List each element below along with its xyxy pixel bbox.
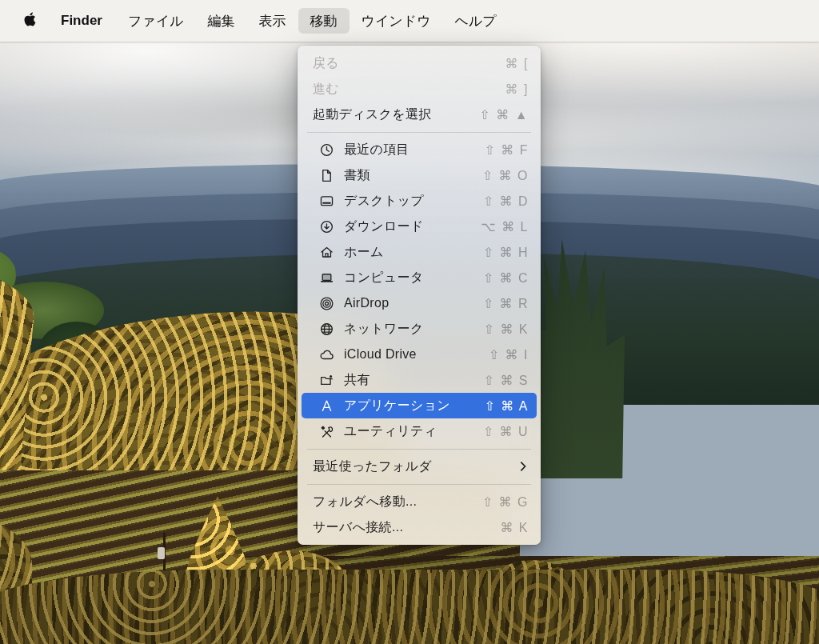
- menu-item-label: 起動ディスクを選択: [313, 106, 432, 123]
- desktop-icon: [318, 193, 334, 209]
- menu-item-select-startup-disk[interactable]: 起動ディスクを選択 ⇧ ⌘ ▲: [298, 102, 541, 127]
- menu-item-shared[interactable]: 共有 ⇧ ⌘ S: [298, 367, 541, 393]
- menubar-item-edit[interactable]: 編集: [196, 8, 247, 34]
- applications-icon: [318, 398, 334, 414]
- menu-item-shortcut: ⇧ ⌘ H: [483, 245, 529, 260]
- menu-item-desktop[interactable]: デスクトップ ⇧ ⌘ D: [298, 188, 541, 214]
- menubar-item-window[interactable]: ウインドウ: [350, 8, 443, 34]
- menu-item-label: 共有: [344, 372, 370, 389]
- menu-item-shortcut: ⇧ ⌘ I: [489, 347, 529, 362]
- menu-separator: [307, 132, 531, 133]
- menu-item-home[interactable]: ホーム ⇧ ⌘ H: [298, 239, 541, 265]
- menu-item-forward: 進む ⌘ ]: [298, 76, 541, 102]
- menu-item-shortcut: ⇧ ⌘ O: [482, 168, 529, 183]
- menu-item-computer[interactable]: コンピュータ ⇧ ⌘ C: [298, 265, 541, 290]
- shared-folder-icon: [318, 372, 334, 388]
- menu-item-documents[interactable]: 書類 ⇧ ⌘ O: [298, 162, 541, 188]
- menu-item-recent-folders[interactable]: 最近使ったフォルダ: [298, 454, 541, 479]
- go-menu: 戻る ⌘ [ 進む ⌘ ] 起動ディスクを選択 ⇧ ⌘ ▲ 最近の項目 ⇧ ⌘ …: [298, 46, 541, 545]
- menu-item-utilities[interactable]: ユーティリティ ⇧ ⌘ U: [298, 418, 541, 444]
- airdrop-icon: [318, 295, 334, 311]
- menu-separator: [307, 484, 531, 485]
- menu-item-go-to-folder[interactable]: フォルダへ移動... ⇧ ⌘ G: [298, 489, 541, 514]
- desktop-screen: Finder ファイル 編集 表示 移動 ウインドウ ヘルプ 戻る ⌘ [ 進む…: [0, 0, 819, 644]
- apple-menu[interactable]: [13, 11, 47, 31]
- menu-item-applications[interactable]: アプリケーション ⇧ ⌘ A: [302, 393, 537, 418]
- app-menu-finder[interactable]: Finder: [47, 8, 116, 34]
- menu-item-shortcut: ⇧ ⌘ C: [483, 270, 529, 286]
- menu-item-shortcut: ⇧ ⌘ K: [484, 322, 529, 337]
- menu-item-shortcut: ⇧ ⌘ ▲: [479, 107, 529, 122]
- menu-item-shortcut: ⇧ ⌘ D: [483, 194, 529, 209]
- menu-item-shortcut: ⇧ ⌘ F: [484, 142, 529, 158]
- menu-item-label: ホーム: [344, 244, 384, 261]
- menu-item-label: サーバへ接続...: [313, 519, 403, 536]
- menu-item-label: ユーティリティ: [344, 423, 437, 440]
- menubar-item-file[interactable]: ファイル: [116, 8, 196, 34]
- menu-item-back: 戻る ⌘ [: [298, 50, 541, 76]
- download-icon: [318, 218, 334, 234]
- menu-item-shortcut: ⇧ ⌘ S: [484, 373, 529, 388]
- menubar-item-go[interactable]: 移動: [298, 8, 350, 34]
- menubar-item-view[interactable]: 表示: [247, 8, 298, 34]
- menu-item-label: iCloud Drive: [344, 347, 417, 362]
- menu-item-shortcut: ⇧ ⌘ R: [483, 296, 529, 311]
- clock-icon: [318, 142, 334, 158]
- menu-separator: [307, 449, 531, 450]
- wallpaper-pole-box: [158, 547, 165, 559]
- menu-item-label: 書類: [344, 167, 370, 184]
- menu-bar: Finder ファイル 編集 表示 移動 ウインドウ ヘルプ: [0, 0, 819, 42]
- menu-item-shortcut: ⇧ ⌘ G: [482, 494, 529, 510]
- menu-item-network[interactable]: ネットワーク ⇧ ⌘ K: [298, 316, 541, 342]
- menu-item-label: AirDrop: [344, 296, 389, 310]
- menu-item-airdrop[interactable]: AirDrop ⇧ ⌘ R: [298, 290, 541, 316]
- menu-item-label: コンピュータ: [344, 270, 424, 286]
- wallpaper-trees-bottom: [0, 570, 819, 644]
- menu-item-label: デスクトップ: [344, 193, 424, 210]
- menu-item-downloads[interactable]: ダウンロード ⌥ ⌘ L: [298, 214, 541, 239]
- document-icon: [318, 167, 334, 183]
- menu-item-shortcut: ⌘ K: [500, 520, 529, 535]
- submenu-chevron-icon: [517, 461, 529, 472]
- menu-item-connect-to-server[interactable]: サーバへ接続... ⌘ K: [298, 514, 541, 540]
- menu-item-shortcut: ⇧ ⌘ U: [483, 424, 529, 439]
- menu-item-label: 戻る: [313, 55, 339, 72]
- network-globe-icon: [318, 321, 334, 337]
- menu-item-label: フォルダへ移動...: [313, 494, 417, 510]
- menu-item-shortcut: ⇧ ⌘ A: [484, 398, 529, 414]
- menu-item-label: 進む: [313, 81, 339, 98]
- menu-item-label: ダウンロード: [344, 218, 424, 235]
- menu-item-icloud-drive[interactable]: iCloud Drive ⇧ ⌘ I: [298, 342, 541, 367]
- apple-icon: [23, 11, 37, 31]
- utilities-icon: [318, 423, 334, 439]
- computer-icon: [318, 270, 334, 286]
- menu-item-shortcut: ⌘ [: [505, 56, 529, 71]
- menubar-item-help[interactable]: ヘルプ: [443, 8, 509, 34]
- menu-item-shortcut: ⌥ ⌘ L: [481, 219, 529, 234]
- menu-item-shortcut: ⌘ ]: [505, 82, 529, 97]
- icloud-icon: [318, 346, 334, 362]
- menu-item-label: アプリケーション: [344, 398, 450, 414]
- menu-item-label: ネットワーク: [344, 321, 424, 338]
- menu-item-label: 最近使ったフォルダ: [313, 458, 432, 475]
- menu-item-label: 最近の項目: [344, 142, 410, 158]
- menu-item-recents[interactable]: 最近の項目 ⇧ ⌘ F: [298, 137, 541, 162]
- home-icon: [318, 244, 334, 260]
